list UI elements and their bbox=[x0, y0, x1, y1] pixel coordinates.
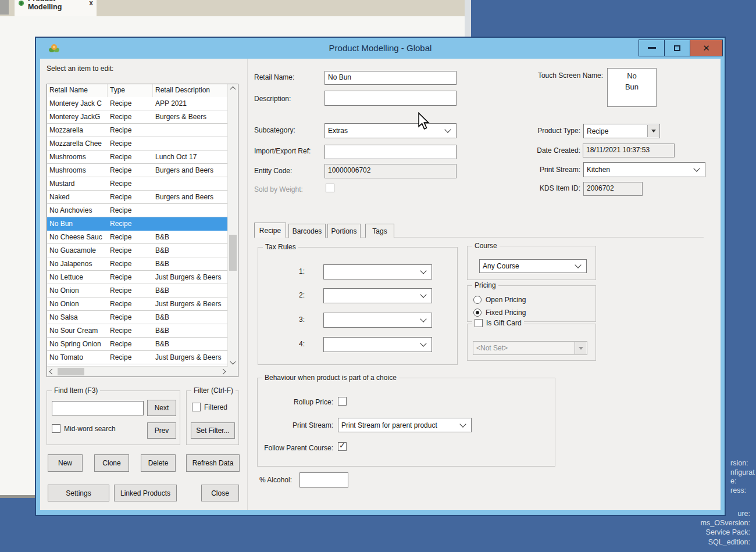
open-pricing-radio[interactable] bbox=[473, 296, 482, 304]
alcohol-label: % Alcohol: bbox=[259, 476, 292, 484]
list-row[interactable]: No Salsa Recipe B&B bbox=[47, 311, 228, 324]
column-retail-description[interactable]: Retail Description bbox=[153, 84, 228, 97]
item-listview[interactable]: Retail Name Type Retail Description Mont… bbox=[47, 84, 238, 377]
new-button[interactable]: New bbox=[48, 454, 83, 472]
linked-products-button[interactable]: Linked Products bbox=[114, 485, 177, 501]
list-header[interactable]: Retail Name Type Retail Description bbox=[47, 84, 228, 98]
list-row[interactable]: Monterey Jack C Recipe APP 2021 bbox=[47, 97, 228, 110]
refresh-data-button[interactable]: Refresh Data bbox=[186, 454, 240, 472]
tax-rule-3-combo[interactable] bbox=[323, 313, 432, 328]
behaviour-group: Behaviour when product is part of a choi… bbox=[257, 378, 555, 467]
background-tab-label: Product Modelling bbox=[28, 0, 85, 11]
fixed-pricing-radio[interactable] bbox=[473, 309, 482, 317]
filter-group: Filter (Ctrl-F) Filtered Set Filter... bbox=[186, 390, 239, 445]
list-row[interactable]: No Onion Recipe Just Burgers & Beers bbox=[47, 297, 228, 311]
column-retail-name[interactable]: Retail Name bbox=[47, 84, 108, 97]
description-input[interactable] bbox=[324, 91, 457, 106]
item-list-rows: Monterey Jack C Recipe APP 2021 Monterey… bbox=[47, 97, 228, 367]
import-export-input[interactable] bbox=[324, 145, 457, 159]
list-row[interactable]: No Guacamole Recipe B&B bbox=[47, 244, 228, 257]
column-type[interactable]: Type bbox=[108, 84, 153, 97]
close-dialog-button[interactable]: Close bbox=[201, 485, 239, 501]
tab-recipe[interactable]: Recipe bbox=[254, 223, 286, 238]
scroll-left-icon[interactable] bbox=[47, 367, 57, 377]
list-row[interactable]: No Tomato Recipe Just Burgers & Beers bbox=[47, 351, 228, 364]
list-row[interactable]: No Jalapenos Recipe B&B bbox=[47, 257, 228, 271]
retail-name-input[interactable]: No Bun bbox=[324, 71, 457, 85]
subcategory-label: Subcategory: bbox=[254, 126, 295, 134]
list-row[interactable]: Monterey JackG Recipe Burgers & Beers bbox=[47, 110, 228, 124]
product-type-combo[interactable]: Recipe bbox=[583, 124, 660, 138]
product-type-label: Product Type: bbox=[482, 127, 580, 135]
follow-parent-course-checkbox[interactable] bbox=[338, 442, 347, 451]
choice-print-stream-combo[interactable]: Print Stream for parent product bbox=[338, 418, 472, 432]
filtered-checkbox[interactable] bbox=[192, 403, 201, 411]
chevron-down-icon bbox=[420, 316, 426, 322]
rollup-price-checkbox[interactable] bbox=[338, 397, 347, 406]
list-row[interactable]: No Spring Onion Recipe B&B bbox=[47, 338, 228, 351]
list-row[interactable]: Mustard Recipe bbox=[47, 177, 228, 191]
panel-divider bbox=[247, 59, 248, 510]
touch-screen-name-box[interactable]: No Bun bbox=[607, 68, 657, 107]
vertical-scroll-thumb[interactable] bbox=[229, 235, 237, 271]
desktop: Product Modelling x rsion: nfigurat e: r… bbox=[0, 0, 756, 552]
find-input[interactable] bbox=[52, 401, 144, 415]
list-row[interactable]: Mushrooms Recipe Burgers and Beers bbox=[47, 164, 228, 177]
tab-barcodes[interactable]: Barcodes bbox=[288, 224, 326, 238]
maximize-button[interactable] bbox=[664, 40, 690, 56]
tab-portions[interactable]: Portions bbox=[327, 224, 361, 238]
tax-rule-1-combo[interactable] bbox=[323, 264, 432, 279]
list-row[interactable]: Mozzarella Recipe bbox=[47, 124, 228, 137]
print-stream-combo[interactable]: Kitchen bbox=[583, 162, 705, 177]
list-row[interactable]: Mushrooms Recipe Lunch Oct 17 bbox=[47, 150, 228, 164]
sold-by-weight-checkbox[interactable] bbox=[326, 184, 334, 192]
delete-button[interactable]: Delete bbox=[141, 454, 176, 472]
settings-button[interactable]: Settings bbox=[48, 485, 109, 501]
list-row[interactable]: No Sour Cream Recipe B&B bbox=[47, 324, 228, 338]
scroll-down-icon[interactable] bbox=[228, 357, 238, 367]
dialog-title: Product Modelling - Global bbox=[36, 38, 725, 59]
prev-button[interactable]: Prev bbox=[147, 422, 176, 439]
is-gift-card-checkbox[interactable] bbox=[475, 319, 483, 327]
tab-tags[interactable]: Tags bbox=[365, 224, 394, 238]
behaviour-title: Behaviour when product is part of a choi… bbox=[262, 374, 399, 382]
scrollbar-corner bbox=[228, 367, 238, 377]
scroll-up-icon[interactable] bbox=[228, 84, 238, 94]
background-tab[interactable]: Product Modelling x bbox=[15, 0, 97, 16]
list-row[interactable]: Naked Recipe Burgers and Beers bbox=[47, 191, 228, 204]
minimize-button[interactable] bbox=[639, 40, 665, 56]
clone-button[interactable]: Clone bbox=[94, 454, 129, 472]
midword-search-checkbox[interactable] bbox=[52, 424, 60, 433]
scroll-right-icon[interactable] bbox=[218, 367, 228, 377]
chevron-down-icon bbox=[575, 261, 581, 268]
list-row[interactable]: No Cheese Sauc Recipe B&B bbox=[47, 231, 228, 244]
next-button[interactable]: Next bbox=[147, 400, 176, 416]
list-row[interactable]: No Bun Recipe bbox=[47, 217, 228, 231]
dropdown-arrow-icon[interactable] bbox=[647, 125, 659, 137]
chevron-down-icon bbox=[444, 126, 451, 132]
list-horizontal-scrollbar[interactable] bbox=[47, 366, 228, 377]
close-button[interactable]: ✕ bbox=[690, 40, 723, 56]
tab-close-icon[interactable]: x bbox=[89, 0, 93, 7]
list-row[interactable]: No Anchovies Recipe bbox=[47, 204, 228, 217]
touch-screen-name-label: Touch Screen Name: bbox=[488, 71, 603, 80]
horizontal-scroll-thumb[interactable] bbox=[58, 368, 84, 375]
print-stream-label: Print Stream: bbox=[482, 166, 580, 174]
tax-rule-2-combo[interactable] bbox=[323, 288, 432, 303]
set-filter-button[interactable]: Set Filter... bbox=[191, 422, 235, 439]
course-combo[interactable]: Any Course bbox=[479, 259, 587, 273]
window-corner-block bbox=[0, 0, 9, 15]
dialog-content: Select an item to edit: Retail Name Type… bbox=[40, 59, 721, 510]
tax-rule-4-combo[interactable] bbox=[323, 337, 432, 352]
is-gift-card-label: Is Gift Card bbox=[486, 319, 522, 327]
filtered-label: Filtered bbox=[204, 403, 227, 411]
list-row[interactable]: No Lettuce Recipe Just Burgers & Beers bbox=[47, 271, 228, 284]
dialog-titlebar[interactable]: Product Modelling - Global ✕ bbox=[36, 38, 725, 59]
list-row[interactable]: Mozzarella Chee Recipe bbox=[47, 137, 228, 150]
list-row[interactable]: No Onion Recipe B&B bbox=[47, 284, 228, 297]
alcohol-input[interactable] bbox=[299, 472, 348, 488]
mouse-cursor bbox=[416, 112, 432, 132]
list-vertical-scrollbar[interactable] bbox=[227, 84, 238, 367]
maximize-icon bbox=[674, 45, 680, 51]
subcategory-combo[interactable]: Extras bbox=[324, 123, 457, 138]
